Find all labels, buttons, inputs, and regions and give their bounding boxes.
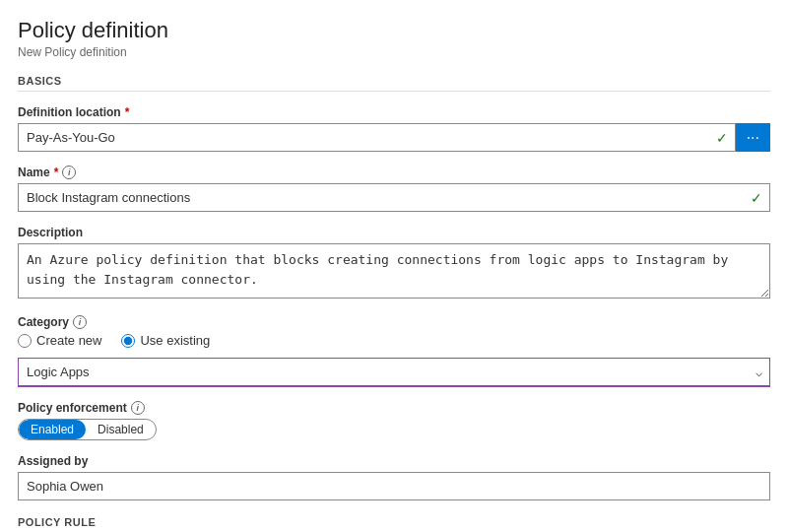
category-create-new-label: Create new	[36, 333, 101, 348]
category-select-wrapper: Logic Apps ⌵	[18, 358, 770, 387]
category-use-existing-option[interactable]: Use existing	[121, 333, 210, 348]
category-info-icon[interactable]: i	[73, 315, 87, 329]
name-label: Name	[18, 166, 50, 179]
policy-enforcement-field: Policy enforcement i Enabled Disabled	[18, 401, 770, 440]
definition-location-browse-button[interactable]: ···	[736, 123, 770, 152]
category-create-new-option[interactable]: Create new	[18, 333, 101, 348]
category-select[interactable]: Logic Apps	[18, 358, 770, 387]
category-use-existing-radio[interactable]	[121, 334, 135, 348]
policy-enforcement-toggle: Enabled Disabled	[18, 419, 157, 440]
page-title: Policy definition	[18, 18, 770, 43]
policy-enforcement-disabled-button[interactable]: Disabled	[86, 420, 156, 439]
assigned-by-field: Assigned by	[18, 454, 770, 500]
basics-section-header: BASICS	[18, 75, 770, 92]
policy-enforcement-enabled-button[interactable]: Enabled	[19, 420, 86, 439]
name-field: Name * i ✓	[18, 166, 770, 212]
definition-location-required: *	[125, 105, 130, 119]
definition-location-input[interactable]	[18, 123, 736, 152]
category-use-existing-label: Use existing	[140, 333, 210, 348]
policy-rule-section-header: POLICY RULE	[18, 516, 770, 532]
description-field: Description An Azure policy definition t…	[18, 226, 770, 301]
definition-location-check-icon: ✓	[716, 130, 728, 146]
name-info-icon[interactable]: i	[62, 166, 76, 179]
name-required: *	[54, 166, 59, 179]
name-input[interactable]	[18, 183, 770, 212]
category-field: Category i Create new Use existing Logic…	[18, 315, 770, 387]
assigned-by-input[interactable]	[18, 472, 770, 500]
policy-enforcement-info-icon[interactable]: i	[131, 401, 145, 415]
policy-enforcement-label: Policy enforcement	[18, 401, 127, 415]
description-input[interactable]: An Azure policy definition that blocks c…	[18, 243, 770, 299]
policy-enforcement-toggle-group: Enabled Disabled	[18, 419, 770, 440]
assigned-by-label: Assigned by	[18, 454, 88, 468]
definition-location-label: Definition location	[18, 105, 121, 119]
description-label: Description	[18, 226, 83, 239]
category-label: Category	[18, 315, 69, 329]
category-create-new-radio[interactable]	[18, 334, 32, 348]
name-check-icon: ✓	[751, 190, 762, 206]
definition-location-field: Definition location * ✓ ···	[18, 105, 770, 152]
page-subtitle: New Policy definition	[18, 45, 770, 59]
